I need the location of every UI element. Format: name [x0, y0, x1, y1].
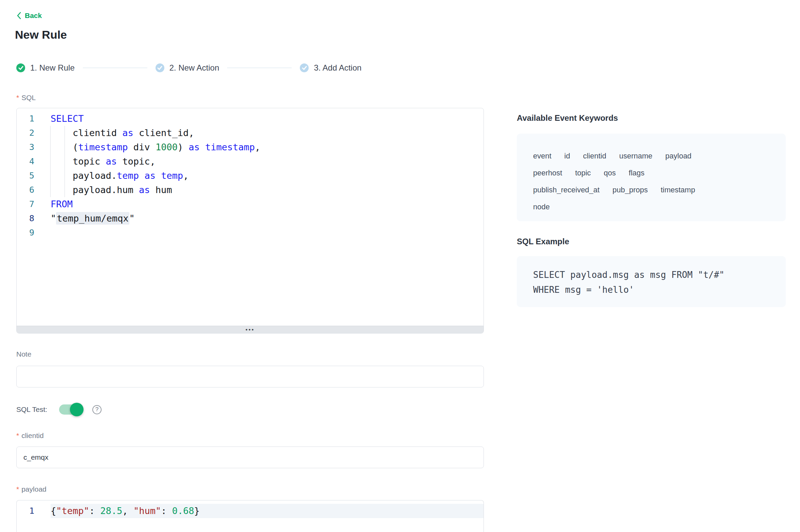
sql-test-row: SQL Test: ? — [16, 404, 102, 415]
payload-field-label: payload — [16, 485, 47, 493]
step-add-action[interactable]: 3. Add Action — [300, 63, 361, 73]
keyword-row: peerhosttopicqosflags — [533, 165, 772, 182]
line-number: 2 — [17, 126, 51, 140]
step-label: 2. New Action — [169, 63, 219, 73]
chevron-left-icon — [16, 12, 22, 20]
line-number: 4 — [17, 154, 51, 169]
sql-code-area[interactable]: 1SELECT2 clientid as client_id,3 (timest… — [17, 108, 484, 326]
code-text: {"temp": 28.5, "hum": 0.68} — [51, 504, 484, 518]
page-title: New Rule — [15, 27, 67, 42]
back-label: Back — [25, 12, 42, 20]
indent-guide — [65, 126, 65, 197]
step-new-rule[interactable]: 1. New Rule — [16, 63, 75, 73]
code-text: payload.temp as temp, — [51, 169, 484, 183]
keywords-panel-title: Available Event Keywords — [517, 113, 618, 123]
sql-test-label: SQL Test: — [16, 405, 47, 414]
code-text: (timestamp div 1000) as timestamp, — [51, 140, 484, 154]
note-input[interactable] — [16, 366, 484, 387]
keywords-panel: eventidclientidusernamepayloadpeerhostto… — [517, 134, 786, 221]
event-keyword: event — [533, 148, 551, 164]
step-connector — [227, 68, 292, 68]
help-icon[interactable]: ? — [92, 405, 102, 414]
clientid-field-label: clientid — [16, 432, 44, 440]
line-number: 7 — [17, 197, 51, 211]
keyword-row: node — [533, 199, 772, 216]
code-text: SELECT — [51, 112, 484, 126]
code-text: FROM — [51, 197, 484, 211]
code-text: topic as topic, — [51, 154, 484, 169]
event-keyword: payload — [665, 148, 691, 164]
sql-example-panel: SELECT payload.msg as msg FROM "t/#"WHER… — [517, 256, 786, 307]
event-keyword: clientid — [583, 148, 606, 164]
step-label: 1. New Rule — [30, 63, 75, 73]
keyword-row: eventidclientidusernamepayload — [533, 148, 772, 165]
code-line: 8"temp_hum/emqx" — [17, 211, 484, 226]
line-number: 6 — [17, 183, 51, 197]
payload-code-area[interactable]: 1{"temp": 28.5, "hum": 0.68} — [17, 500, 484, 532]
sql-example-line: SELECT payload.msg as msg FROM "t/#" — [533, 267, 776, 282]
code-line: 1SELECT — [17, 112, 484, 126]
stepper: 1. New Rule 2. New Action 3. Add Action — [16, 63, 362, 73]
step-check-icon — [156, 63, 164, 72]
line-number: 9 — [17, 226, 51, 240]
event-keyword: id — [564, 148, 570, 164]
line-number: 8 — [17, 211, 51, 226]
sql-test-toggle[interactable] — [59, 404, 81, 415]
back-button[interactable]: Back — [16, 12, 42, 20]
line-number: 5 — [17, 169, 51, 183]
event-keyword: flags — [629, 165, 644, 181]
payload-editor[interactable]: 1{"temp": 28.5, "hum": 0.68} — [16, 500, 484, 532]
code-line: 4 topic as topic, — [17, 154, 484, 169]
event-keyword: node — [533, 199, 550, 215]
code-text: "temp_hum/emqx" — [51, 211, 484, 226]
code-text — [51, 226, 484, 240]
step-label: 3. Add Action — [314, 63, 361, 73]
code-line: 9 — [17, 226, 484, 240]
event-keyword: qos — [604, 165, 616, 181]
sql-example-line: WHERE msg = 'hello' — [533, 282, 776, 297]
line-number: 3 — [17, 140, 51, 154]
toggle-knob — [70, 403, 84, 416]
code-line: 5 payload.temp as temp, — [17, 169, 484, 183]
step-check-icon — [16, 63, 25, 72]
event-keyword: publish_received_at — [533, 182, 600, 198]
sql-editor[interactable]: 1SELECT2 clientid as client_id,3 (timest… — [16, 108, 484, 334]
code-line: 2 clientid as client_id, — [17, 126, 484, 140]
note-field-label: Note — [16, 350, 31, 358]
code-line: 6 payload.hum as hum — [17, 183, 484, 197]
code-text: payload.hum as hum — [51, 183, 484, 197]
step-check-icon — [300, 63, 309, 72]
sql-example-title: SQL Example — [517, 237, 569, 246]
indent-guide — [50, 126, 51, 197]
clientid-input[interactable] — [16, 446, 484, 468]
event-keyword: pub_props — [613, 182, 648, 198]
code-line: 1{"temp": 28.5, "hum": 0.68} — [17, 504, 484, 518]
resize-dots-icon: ••• — [246, 327, 255, 333]
code-text: clientid as client_id, — [51, 126, 484, 140]
event-keyword: timestamp — [661, 182, 695, 198]
step-connector — [83, 68, 147, 68]
event-keyword: peerhost — [533, 165, 562, 181]
sql-field-label: SQL — [16, 94, 36, 102]
line-number: 1 — [17, 112, 51, 126]
event-keyword: topic — [575, 165, 591, 181]
step-new-action[interactable]: 2. New Action — [156, 63, 219, 73]
code-line: 7FROM — [17, 197, 484, 211]
editor-resize-handle[interactable]: ••• — [17, 326, 484, 333]
code-line: 3 (timestamp div 1000) as timestamp, — [17, 140, 484, 154]
event-keyword: username — [619, 148, 652, 164]
keyword-row: publish_received_atpub_propstimestamp — [533, 182, 772, 199]
line-number: 1 — [17, 504, 51, 518]
